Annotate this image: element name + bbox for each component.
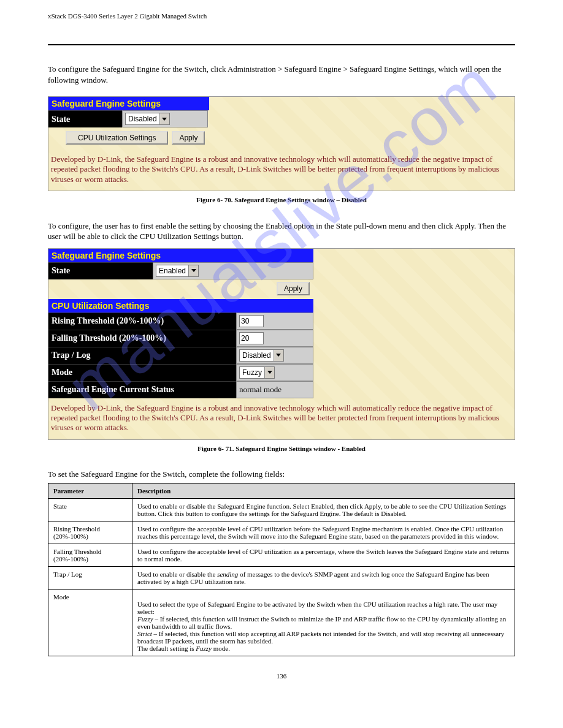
table-row: State Used to enable or disable the Safe… [48,498,515,521]
fig2-subtitle: CPU Utilization Settings [48,299,313,313]
param-name: Mode [48,589,132,656]
chevron-down-icon [159,113,169,124]
param-desc: Used to enable or disable the sending of… [132,566,515,589]
parameter-table: Parameter Description State Used to enab… [48,483,515,656]
param-desc: Used to enable or disable the Safeguard … [132,498,515,521]
chevron-down-icon [188,265,198,276]
figure-1-panel: Safeguard Engine Settings State Disabled… [48,96,515,191]
mode-value: Fuzzy [242,368,262,377]
fig1-apply-button[interactable]: Apply [172,131,205,145]
table-row: Falling Threshold (20%-100%) Used to con… [48,544,515,566]
header-left: xStack DGS-3400 Series Layer 2 Gigabit M… [48,12,207,20]
fig2-title: Safeguard Engine Settings [48,249,313,262]
fig2-falling-label: Falling Threshold (20%-100%) [48,330,236,347]
rising-threshold-input[interactable] [239,315,264,327]
fig1-state-value: Disabled [128,115,157,123]
cpu-utilization-settings-button[interactable]: CPU Utilization Settings [66,131,168,145]
mode-select[interactable]: Fuzzy [239,366,275,379]
fig2-status-label: Safeguard Engine Current Status [48,381,236,398]
trap-log-value: Disabled [242,351,271,360]
param-name: State [48,498,132,521]
chevron-down-icon [264,367,274,378]
fig1-state-select[interactable]: Disabled [125,113,170,125]
param-desc: Used to configure the acceptable level o… [132,544,515,566]
chevron-down-icon [274,350,283,361]
fig2-mode-label: Mode [48,364,236,381]
between-paragraph: To configure, the user has to first enab… [48,221,515,242]
param-desc: Used to select the type of Safeguard Eng… [132,589,515,656]
fig2-trap-label: Trap / Log [48,347,236,364]
header-rule [48,44,515,45]
fig2-rising-label: Rising Threshold (20%-100%) [48,313,236,330]
fig2-state-select[interactable]: Enabled [156,265,199,277]
param-name: Falling Threshold (20%-100%) [48,544,132,566]
figure-2-panel: Safeguard Engine Settings State Enabled … [48,248,515,440]
table-row: Mode Used to select the type of Safeguar… [48,589,515,656]
trap-log-select[interactable]: Disabled [239,349,284,362]
fig2-status-value: normal mode [236,381,313,398]
col-header-description: Description [132,483,515,498]
fig2-apply-button[interactable]: Apply [277,282,310,295]
table-row: Trap / Log Used to enable or disable the… [48,566,515,589]
fig1-description: Developed by D-Link, the Safeguard Engin… [48,150,515,191]
param-desc: Used to configure the acceptable level o… [132,521,515,544]
param-name: Trap / Log [48,566,132,589]
table-row: Rising Threshold (20%-100%) Used to conf… [48,521,515,544]
page-number: 136 [48,672,515,680]
fig1-title: Safeguard Engine Settings [48,97,209,110]
fig2-description: Developed by D-Link, the Safeguard Engin… [48,398,515,439]
falling-threshold-input[interactable] [239,332,264,344]
fig2-caption: Figure 6- 71. Safeguard Engine Settings … [48,445,515,452]
col-header-parameter: Parameter [48,483,132,498]
fig1-caption: Figure 6- 70. Safeguard Engine Settings … [48,196,515,203]
fig1-state-label: State [48,110,122,127]
params-intro: To set the Safeguard Engine for the Swit… [48,469,515,479]
fig2-state-value: Enabled [159,267,186,275]
fig2-state-label: State [48,262,153,279]
intro-paragraph: To configure the Safeguard Engine for th… [48,64,515,85]
param-name: Rising Threshold (20%-100%) [48,521,132,544]
